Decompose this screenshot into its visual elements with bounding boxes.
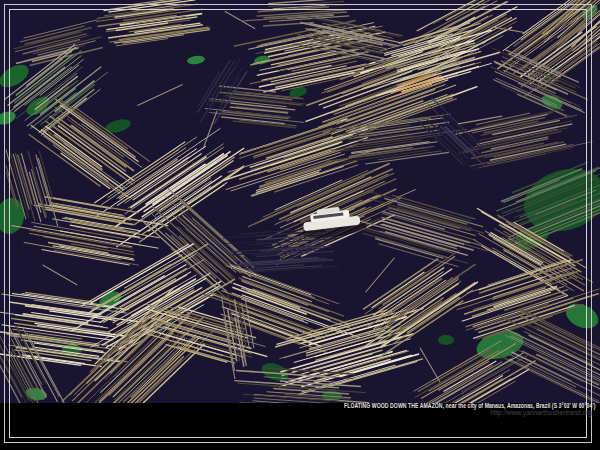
caption-title: FLOATING WOOD DOWN THE AMAZON, near the … — [344, 402, 595, 409]
wallpaper: FLOATING WOOD DOWN THE AMAZON, near the … — [0, 0, 600, 450]
caption-url: http://www.yannarthusbertrand.org — [490, 409, 592, 416]
amazon-aerial-photo — [0, 0, 600, 403]
